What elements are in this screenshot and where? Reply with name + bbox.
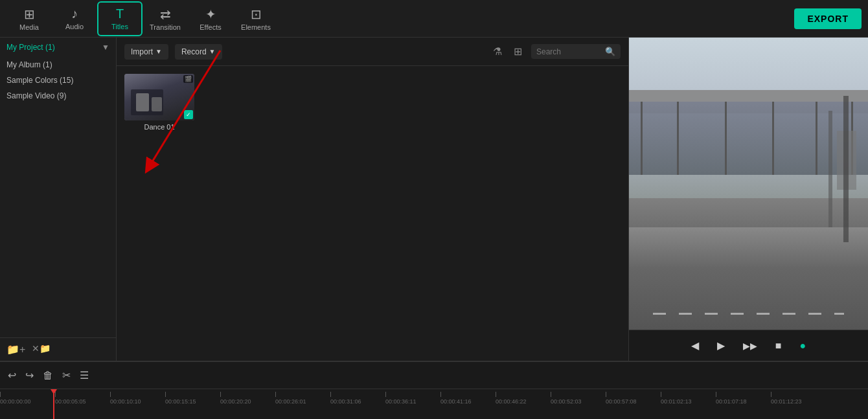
ruler-tick bbox=[496, 392, 496, 397]
ruler-label: 00:00:57:08 bbox=[606, 398, 637, 405]
ruler-mark: 00:00:26:01 bbox=[275, 392, 330, 405]
titles-label: Titles bbox=[111, 23, 128, 30]
media-tab[interactable]: ⊞ Media bbox=[6, 1, 52, 36]
transition-label: Transition bbox=[150, 23, 181, 31]
ruler-label: 00:01:12:23 bbox=[771, 398, 802, 405]
project-label: My Project (1) bbox=[6, 43, 55, 52]
ruler-tick bbox=[385, 392, 386, 397]
video-type-icon: 🎬 bbox=[183, 75, 193, 83]
ruler-label: 00:00:41:16 bbox=[440, 398, 472, 405]
prev-frame-button[interactable]: ◀ bbox=[689, 337, 702, 354]
titles-icon: T bbox=[116, 6, 124, 21]
ruler-tick bbox=[551, 392, 551, 397]
record-dot-button[interactable]: ● bbox=[797, 337, 809, 354]
ruler-tick bbox=[661, 392, 661, 397]
elements-icon: ⊡ bbox=[251, 6, 262, 22]
sidebar-item-video[interactable]: Sample Video (9) bbox=[0, 88, 116, 104]
ruler-tick bbox=[0, 392, 1, 397]
stop-button[interactable]: ■ bbox=[773, 337, 784, 354]
timeline-toolbar: ↩ ↪ 🗑 ✂ ☰ bbox=[0, 362, 868, 389]
delete-button[interactable]: 🗑 bbox=[43, 370, 53, 381]
ruler-mark: 00:00:57:08 bbox=[606, 392, 661, 405]
search-input[interactable] bbox=[536, 47, 601, 56]
media-thumbnail: 🎬 ✓ bbox=[124, 74, 194, 120]
ruler-mark: 00:00:52:03 bbox=[551, 392, 606, 405]
ruler-mark: 00:00:31:06 bbox=[330, 392, 385, 405]
ruler-mark: 00:00:00:00 bbox=[0, 392, 55, 405]
road-scene bbox=[629, 38, 868, 330]
ruler-mark: 00:00:20:20 bbox=[220, 392, 275, 405]
ruler-mark: 00:01:02:13 bbox=[661, 392, 716, 405]
chevron-down-icon: ▼ bbox=[102, 43, 109, 52]
ruler-label: 00:00:36:11 bbox=[385, 398, 417, 405]
ruler-tick bbox=[220, 392, 221, 397]
ruler-mark: 00:00:15:15 bbox=[165, 392, 220, 405]
media-panel-wrapper: Import ▼ Record ▼ ⚗ ⊞ 🔍 bbox=[117, 38, 628, 361]
remove-folder-icon[interactable]: ✕📁 bbox=[32, 343, 51, 356]
ruler-label: 00:00:05:05 bbox=[55, 398, 86, 405]
ruler-mark: 00:00:05:05 bbox=[55, 392, 110, 405]
elements-tab[interactable]: ⊡ Elements bbox=[233, 1, 279, 36]
sidebar-item-album[interactable]: My Album (1) bbox=[0, 57, 116, 73]
selected-check-icon: ✓ bbox=[184, 110, 193, 119]
next-frame-button[interactable]: ▶▶ bbox=[740, 338, 760, 354]
ruler-label: 00:00:46:22 bbox=[496, 398, 527, 405]
search-icon: 🔍 bbox=[605, 47, 615, 56]
left-sidebar: My Project (1) ▼ My Album (1) Sample Col… bbox=[0, 38, 117, 361]
project-header[interactable]: My Project (1) ▼ bbox=[0, 38, 116, 57]
ruler-label: 00:00:52:03 bbox=[551, 398, 582, 405]
playhead[interactable] bbox=[53, 389, 54, 419]
media-panel: Import ▼ Record ▼ ⚗ ⊞ 🔍 bbox=[117, 38, 628, 361]
ruler-mark: 00:01:07:18 bbox=[716, 392, 771, 405]
media-icon: ⊞ bbox=[24, 6, 35, 22]
ruler-marks: 00:00:00:00 00:00:05:05 00:00:10:10 00:0… bbox=[0, 389, 868, 405]
ruler-label: 00:00:20:20 bbox=[220, 398, 251, 405]
cut-button[interactable]: ✂ bbox=[62, 369, 71, 381]
ruler-label: 00:00:00:00 bbox=[0, 398, 31, 405]
top-toolbar: ⊞ Media ♪ Audio T Titles ⇄ Transition ✦ … bbox=[0, 0, 868, 38]
filter-icon[interactable]: ⚗ bbox=[493, 45, 502, 58]
ruler-tick bbox=[330, 392, 331, 397]
ruler-tick bbox=[275, 392, 276, 397]
sidebar-bottom-actions: 📁+ ✕📁 bbox=[0, 337, 116, 361]
record-chevron-icon: ▼ bbox=[209, 48, 216, 55]
ruler-label: 00:00:31:06 bbox=[330, 398, 361, 405]
add-folder-icon[interactable]: 📁+ bbox=[6, 343, 25, 356]
grid-icon[interactable]: ⊞ bbox=[514, 45, 522, 58]
audio-tab[interactable]: ♪ Audio bbox=[52, 1, 97, 36]
ruler-tick bbox=[110, 392, 111, 397]
media-toolbar: Import ▼ Record ▼ ⚗ ⊞ 🔍 bbox=[117, 38, 628, 66]
transition-tab[interactable]: ⇄ Transition bbox=[143, 1, 188, 36]
effects-icon: ✦ bbox=[205, 6, 216, 22]
effects-tab[interactable]: ✦ Effects bbox=[188, 1, 233, 36]
preview-controls: ◀ ▶ ▶▶ ■ ● bbox=[629, 330, 868, 361]
ruler-mark: 00:01:12:23 bbox=[771, 392, 826, 405]
ruler-label: 00:00:26:01 bbox=[275, 398, 306, 405]
list-item[interactable]: 🎬 ✓ Dance 01 bbox=[124, 74, 194, 131]
main-content: My Project (1) ▼ My Album (1) Sample Col… bbox=[0, 38, 868, 361]
audio-icon: ♪ bbox=[71, 6, 78, 21]
ruler-mark: 00:00:46:22 bbox=[496, 392, 551, 405]
timeline-section: ↩ ↪ 🗑 ✂ ☰ 00:00:00:00 00:00:05:05 00:00:… bbox=[0, 361, 868, 419]
ruler-tick bbox=[440, 392, 441, 397]
video-preview bbox=[629, 38, 868, 330]
redo-button[interactable]: ↪ bbox=[25, 369, 34, 381]
import-button[interactable]: Import ▼ bbox=[124, 44, 168, 60]
audio-label: Audio bbox=[65, 23, 84, 30]
list-button[interactable]: ☰ bbox=[80, 369, 89, 381]
record-button[interactable]: Record ▼ bbox=[175, 44, 222, 60]
undo-button[interactable]: ↩ bbox=[8, 369, 16, 381]
import-chevron-icon: ▼ bbox=[155, 48, 162, 55]
elements-label: Elements bbox=[241, 23, 271, 31]
media-grid: 🎬 ✓ Dance 01 bbox=[117, 66, 628, 361]
ruler-label: 00:01:02:13 bbox=[661, 398, 692, 405]
ruler-mark: 00:00:36:11 bbox=[385, 392, 440, 405]
play-pause-button[interactable]: ▶ bbox=[714, 337, 727, 354]
export-button[interactable]: EXPORT bbox=[794, 8, 862, 29]
titles-tab[interactable]: T Titles bbox=[97, 1, 143, 36]
effects-label: Effects bbox=[200, 23, 221, 31]
sidebar-item-colors[interactable]: Sample Colors (15) bbox=[0, 73, 116, 88]
ruler-label: 00:00:15:15 bbox=[165, 398, 196, 405]
ruler-label: 00:00:10:10 bbox=[110, 398, 141, 405]
ruler-mark: 00:00:41:16 bbox=[440, 392, 496, 405]
